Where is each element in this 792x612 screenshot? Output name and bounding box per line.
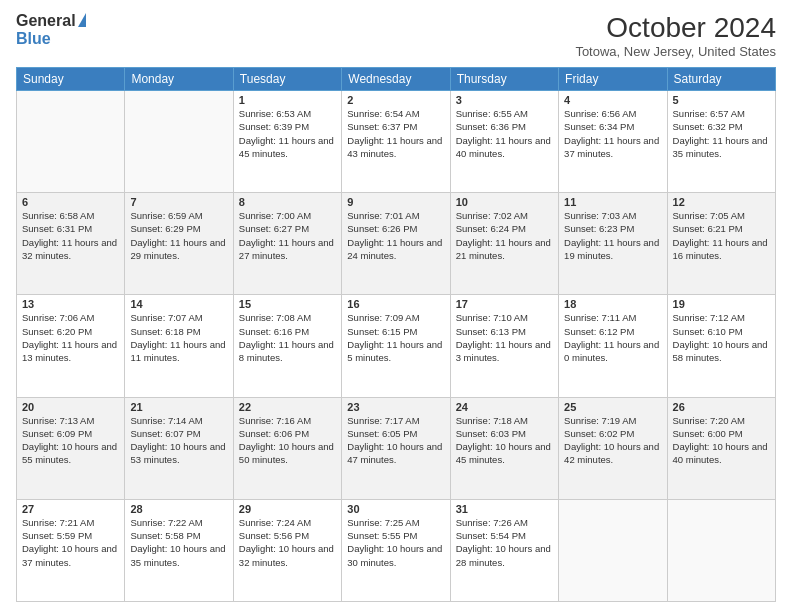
sunrise: Sunrise: 7:00 AM [239,210,311,221]
daylight: Daylight: 11 hours and 11 minutes. [130,339,225,363]
day-info: Sunrise: 6:53 AMSunset: 6:39 PMDaylight:… [239,107,336,160]
daylight: Daylight: 11 hours and 32 minutes. [22,237,117,261]
col-thursday: Thursday [450,68,558,91]
table-row: 14Sunrise: 7:07 AMSunset: 6:18 PMDayligh… [125,295,233,397]
table-row: 16Sunrise: 7:09 AMSunset: 6:15 PMDayligh… [342,295,450,397]
day-number: 9 [347,196,444,208]
day-info: Sunrise: 7:17 AMSunset: 6:05 PMDaylight:… [347,414,444,467]
daylight: Daylight: 11 hours and 8 minutes. [239,339,334,363]
day-number: 4 [564,94,661,106]
col-tuesday: Tuesday [233,68,341,91]
day-info: Sunrise: 7:09 AMSunset: 6:15 PMDaylight:… [347,311,444,364]
daylight: Daylight: 10 hours and 45 minutes. [456,441,551,465]
calendar-page: General Blue October 2024 Totowa, New Je… [0,0,792,612]
month-title: October 2024 [575,12,776,44]
day-info: Sunrise: 7:22 AMSunset: 5:58 PMDaylight:… [130,516,227,569]
day-info: Sunrise: 7:05 AMSunset: 6:21 PMDaylight:… [673,209,770,262]
daylight: Daylight: 11 hours and 40 minutes. [456,135,551,159]
daylight: Daylight: 11 hours and 21 minutes. [456,237,551,261]
sunrise: Sunrise: 7:24 AM [239,517,311,528]
logo-blue: Blue [16,30,51,48]
day-info: Sunrise: 7:24 AMSunset: 5:56 PMDaylight:… [239,516,336,569]
day-number: 3 [456,94,553,106]
table-row: 23Sunrise: 7:17 AMSunset: 6:05 PMDayligh… [342,397,450,499]
sunset: Sunset: 6:34 PM [564,121,634,132]
daylight: Daylight: 11 hours and 24 minutes. [347,237,442,261]
daylight: Daylight: 10 hours and 40 minutes. [673,441,768,465]
day-info: Sunrise: 7:03 AMSunset: 6:23 PMDaylight:… [564,209,661,262]
daylight: Daylight: 10 hours and 58 minutes. [673,339,768,363]
day-number: 29 [239,503,336,515]
table-row: 9Sunrise: 7:01 AMSunset: 6:26 PMDaylight… [342,193,450,295]
sunset: Sunset: 6:32 PM [673,121,743,132]
table-row: 13Sunrise: 7:06 AMSunset: 6:20 PMDayligh… [17,295,125,397]
sunrise: Sunrise: 7:26 AM [456,517,528,528]
sunset: Sunset: 6:27 PM [239,223,309,234]
sunset: Sunset: 6:36 PM [456,121,526,132]
sunset: Sunset: 6:37 PM [347,121,417,132]
sunrise: Sunrise: 6:55 AM [456,108,528,119]
header: General Blue October 2024 Totowa, New Je… [16,12,776,59]
daylight: Daylight: 11 hours and 0 minutes. [564,339,659,363]
table-row: 15Sunrise: 7:08 AMSunset: 6:16 PMDayligh… [233,295,341,397]
day-number: 27 [22,503,119,515]
daylight: Daylight: 11 hours and 35 minutes. [673,135,768,159]
day-number: 16 [347,298,444,310]
table-row: 29Sunrise: 7:24 AMSunset: 5:56 PMDayligh… [233,499,341,601]
table-row [125,91,233,193]
day-info: Sunrise: 6:57 AMSunset: 6:32 PMDaylight:… [673,107,770,160]
table-row: 10Sunrise: 7:02 AMSunset: 6:24 PMDayligh… [450,193,558,295]
sunrise: Sunrise: 6:56 AM [564,108,636,119]
day-info: Sunrise: 7:08 AMSunset: 6:16 PMDaylight:… [239,311,336,364]
sunrise: Sunrise: 7:02 AM [456,210,528,221]
logo: General Blue [16,12,86,48]
daylight: Daylight: 10 hours and 47 minutes. [347,441,442,465]
sunset: Sunset: 6:24 PM [456,223,526,234]
day-number: 25 [564,401,661,413]
sunset: Sunset: 5:55 PM [347,530,417,541]
day-number: 22 [239,401,336,413]
daylight: Daylight: 11 hours and 5 minutes. [347,339,442,363]
sunset: Sunset: 6:39 PM [239,121,309,132]
sunrise: Sunrise: 7:12 AM [673,312,745,323]
sunrise: Sunrise: 7:08 AM [239,312,311,323]
sunrise: Sunrise: 7:06 AM [22,312,94,323]
day-number: 23 [347,401,444,413]
sunset: Sunset: 6:16 PM [239,326,309,337]
sunset: Sunset: 6:26 PM [347,223,417,234]
day-info: Sunrise: 7:10 AMSunset: 6:13 PMDaylight:… [456,311,553,364]
table-row: 21Sunrise: 7:14 AMSunset: 6:07 PMDayligh… [125,397,233,499]
sunset: Sunset: 6:07 PM [130,428,200,439]
day-number: 28 [130,503,227,515]
sunset: Sunset: 6:21 PM [673,223,743,234]
day-info: Sunrise: 7:20 AMSunset: 6:00 PMDaylight:… [673,414,770,467]
sunrise: Sunrise: 7:09 AM [347,312,419,323]
sunrise: Sunrise: 7:14 AM [130,415,202,426]
sunset: Sunset: 6:13 PM [456,326,526,337]
daylight: Daylight: 11 hours and 45 minutes. [239,135,334,159]
sunrise: Sunrise: 6:59 AM [130,210,202,221]
table-row: 5Sunrise: 6:57 AMSunset: 6:32 PMDaylight… [667,91,775,193]
day-info: Sunrise: 7:12 AMSunset: 6:10 PMDaylight:… [673,311,770,364]
day-info: Sunrise: 7:26 AMSunset: 5:54 PMDaylight:… [456,516,553,569]
day-number: 2 [347,94,444,106]
daylight: Daylight: 10 hours and 37 minutes. [22,543,117,567]
day-number: 1 [239,94,336,106]
day-info: Sunrise: 7:02 AMSunset: 6:24 PMDaylight:… [456,209,553,262]
sunset: Sunset: 6:06 PM [239,428,309,439]
day-number: 15 [239,298,336,310]
daylight: Daylight: 10 hours and 28 minutes. [456,543,551,567]
day-number: 26 [673,401,770,413]
day-info: Sunrise: 7:07 AMSunset: 6:18 PMDaylight:… [130,311,227,364]
day-number: 31 [456,503,553,515]
day-number: 17 [456,298,553,310]
day-info: Sunrise: 7:21 AMSunset: 5:59 PMDaylight:… [22,516,119,569]
sunrise: Sunrise: 7:16 AM [239,415,311,426]
location: Totowa, New Jersey, United States [575,44,776,59]
sunrise: Sunrise: 7:18 AM [456,415,528,426]
table-row: 12Sunrise: 7:05 AMSunset: 6:21 PMDayligh… [667,193,775,295]
daylight: Daylight: 11 hours and 43 minutes. [347,135,442,159]
daylight: Daylight: 11 hours and 29 minutes. [130,237,225,261]
table-row [667,499,775,601]
col-monday: Monday [125,68,233,91]
